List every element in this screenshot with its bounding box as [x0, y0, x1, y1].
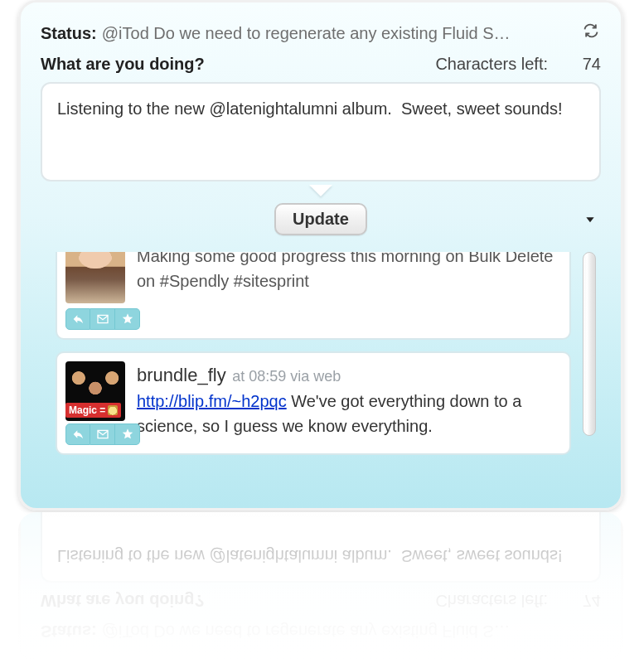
reply-icon[interactable]	[65, 423, 90, 445]
tweet-actions	[65, 308, 559, 330]
twitter-widget: Status: @iTod Do we need to regenerate a…	[18, 0, 623, 511]
tweet-username[interactable]: brundle_fly	[137, 365, 226, 385]
chars-left-value: 74	[568, 55, 601, 74]
favorite-icon[interactable]	[115, 308, 140, 330]
message-icon[interactable]	[90, 308, 115, 330]
tweet-item: Magic = brundle_fly at 08:59 via web htt…	[56, 351, 571, 455]
chevron-down-icon[interactable]	[581, 211, 599, 229]
favorite-icon[interactable]	[115, 423, 140, 445]
tweet-text: Making some good progress this morning o…	[137, 252, 553, 290]
tweet-actions	[65, 423, 559, 445]
refresh-icon[interactable]	[581, 21, 601, 41]
scrollbar-thumb[interactable]	[583, 252, 596, 436]
chars-left-label: Characters left:	[435, 55, 548, 74]
tweet-meta: at 08:59 via web	[232, 368, 341, 385]
status-text: @iTod Do we need to regenerate any exist…	[102, 24, 576, 43]
compose-prompt: What are you doing?	[41, 55, 435, 74]
message-icon[interactable]	[90, 423, 115, 445]
avatar-badge: Magic =	[65, 403, 121, 418]
status-label: Status:	[41, 24, 97, 43]
pie-icon	[108, 405, 118, 415]
compose-input[interactable]	[41, 82, 601, 181]
scrollbar[interactable]	[579, 252, 599, 488]
avatar	[65, 252, 125, 303]
avatar: Magic =	[65, 361, 125, 421]
reply-icon[interactable]	[65, 308, 90, 330]
callout-arrow-icon	[309, 185, 332, 196]
status-row: Status: @iTod Do we need to regenerate a…	[41, 21, 601, 43]
tweet-link[interactable]: http://blip.fm/~h2pqc	[137, 392, 287, 410]
tweet-item: Making some good progress this morning o…	[56, 252, 571, 340]
prompt-row: What are you doing? Characters left: 74	[41, 55, 601, 74]
timeline: Making some good progress this morning o…	[56, 252, 571, 488]
update-button[interactable]: Update	[274, 203, 367, 235]
